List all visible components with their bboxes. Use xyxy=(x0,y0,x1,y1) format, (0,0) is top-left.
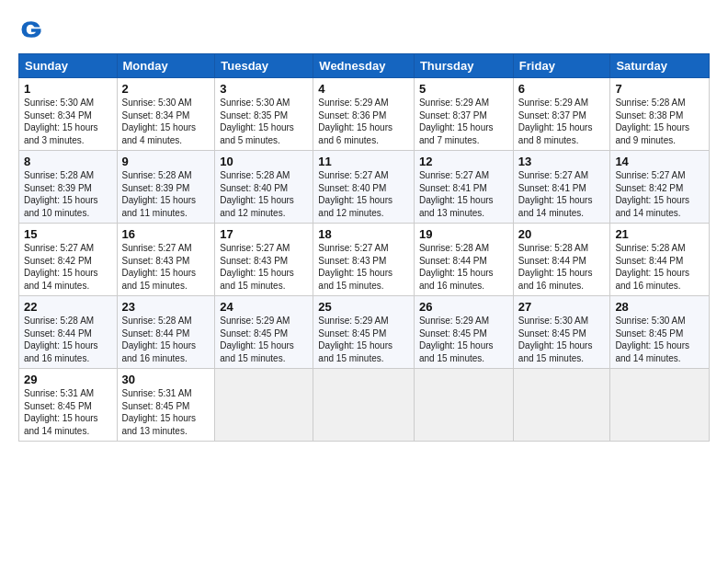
day-number: 28 xyxy=(615,300,704,314)
cell-content: Sunrise: 5:28 AMSunset: 8:39 PMDaylight:… xyxy=(122,169,210,219)
day-number: 7 xyxy=(615,82,704,96)
day-number: 18 xyxy=(318,227,409,241)
day-number: 21 xyxy=(615,227,704,241)
cell-content: Sunrise: 5:28 AMSunset: 8:40 PMDaylight:… xyxy=(220,169,308,219)
day-number: 1 xyxy=(24,82,112,96)
calendar-cell: 25Sunrise: 5:29 AMSunset: 8:45 PMDayligh… xyxy=(313,296,415,369)
calendar-cell: 23Sunrise: 5:28 AMSunset: 8:44 PMDayligh… xyxy=(117,296,215,369)
calendar-day-header: Saturday xyxy=(610,54,710,78)
day-number: 10 xyxy=(220,155,308,168)
day-number: 2 xyxy=(122,82,210,96)
day-number: 25 xyxy=(318,300,409,314)
day-number: 19 xyxy=(419,227,508,241)
calendar-cell: 28Sunrise: 5:30 AMSunset: 8:45 PMDayligh… xyxy=(610,296,710,369)
cell-content: Sunrise: 5:27 AMSunset: 8:41 PMDaylight:… xyxy=(419,169,508,219)
calendar-day-header: Friday xyxy=(513,54,610,78)
calendar-week-row: 8Sunrise: 5:28 AMSunset: 8:39 PMDaylight… xyxy=(19,151,710,224)
cell-content: Sunrise: 5:29 AMSunset: 8:36 PMDaylight:… xyxy=(318,97,409,146)
cell-content: Sunrise: 5:27 AMSunset: 8:42 PMDaylight:… xyxy=(615,169,704,219)
cell-content: Sunrise: 5:31 AMSunset: 8:45 PMDaylight:… xyxy=(122,387,210,437)
day-number: 23 xyxy=(122,300,210,314)
calendar-cell: 12Sunrise: 5:27 AMSunset: 8:41 PMDayligh… xyxy=(414,151,513,224)
day-number: 5 xyxy=(419,82,508,96)
cell-content: Sunrise: 5:29 AMSunset: 8:45 PMDaylight:… xyxy=(419,315,508,364)
calendar-cell: 6Sunrise: 5:29 AMSunset: 8:37 PMDaylight… xyxy=(513,78,610,151)
calendar-day-header: Wednesday xyxy=(313,54,415,78)
logo-icon xyxy=(18,17,44,42)
calendar-cell: 30Sunrise: 5:31 AMSunset: 8:45 PMDayligh… xyxy=(117,369,215,442)
calendar-cell xyxy=(513,369,610,442)
cell-content: Sunrise: 5:27 AMSunset: 8:43 PMDaylight:… xyxy=(220,242,308,292)
cell-content: Sunrise: 5:27 AMSunset: 8:43 PMDaylight:… xyxy=(318,242,409,292)
calendar-cell: 2Sunrise: 5:30 AMSunset: 8:34 PMDaylight… xyxy=(117,78,215,151)
cell-content: Sunrise: 5:27 AMSunset: 8:42 PMDaylight:… xyxy=(24,242,112,292)
calendar-cell xyxy=(610,369,710,442)
calendar-cell: 11Sunrise: 5:27 AMSunset: 8:40 PMDayligh… xyxy=(313,151,415,224)
calendar-day-header: Thursday xyxy=(414,54,513,78)
calendar-cell: 19Sunrise: 5:28 AMSunset: 8:44 PMDayligh… xyxy=(414,224,513,296)
calendar-table: SundayMondayTuesdayWednesdayThursdayFrid… xyxy=(18,53,710,442)
day-number: 27 xyxy=(518,300,606,314)
day-number: 8 xyxy=(24,155,112,168)
cell-content: Sunrise: 5:28 AMSunset: 8:38 PMDaylight:… xyxy=(615,97,704,146)
cell-content: Sunrise: 5:30 AMSunset: 8:34 PMDaylight:… xyxy=(122,97,210,146)
calendar-cell: 8Sunrise: 5:28 AMSunset: 8:39 PMDaylight… xyxy=(19,151,118,224)
cell-content: Sunrise: 5:29 AMSunset: 8:37 PMDaylight:… xyxy=(518,97,606,146)
cell-content: Sunrise: 5:27 AMSunset: 8:43 PMDaylight:… xyxy=(122,242,210,292)
calendar-cell: 7Sunrise: 5:28 AMSunset: 8:38 PMDaylight… xyxy=(610,78,710,151)
day-number: 30 xyxy=(122,373,210,386)
calendar-week-row: 29Sunrise: 5:31 AMSunset: 8:45 PMDayligh… xyxy=(19,369,710,442)
calendar-cell: 26Sunrise: 5:29 AMSunset: 8:45 PMDayligh… xyxy=(414,296,513,369)
day-number: 20 xyxy=(518,227,606,241)
cell-content: Sunrise: 5:29 AMSunset: 8:37 PMDaylight:… xyxy=(419,97,508,146)
calendar-cell: 21Sunrise: 5:28 AMSunset: 8:44 PMDayligh… xyxy=(610,224,710,296)
calendar-week-row: 15Sunrise: 5:27 AMSunset: 8:42 PMDayligh… xyxy=(19,224,710,296)
calendar-cell: 9Sunrise: 5:28 AMSunset: 8:39 PMDaylight… xyxy=(117,151,215,224)
day-number: 13 xyxy=(518,155,606,168)
cell-content: Sunrise: 5:28 AMSunset: 8:39 PMDaylight:… xyxy=(24,169,112,219)
day-number: 24 xyxy=(220,300,308,314)
cell-content: Sunrise: 5:31 AMSunset: 8:45 PMDaylight:… xyxy=(24,387,112,437)
day-number: 4 xyxy=(318,82,409,96)
calendar-cell: 1Sunrise: 5:30 AMSunset: 8:34 PMDaylight… xyxy=(19,78,118,151)
day-number: 3 xyxy=(220,82,308,96)
day-number: 11 xyxy=(318,155,409,168)
cell-content: Sunrise: 5:29 AMSunset: 8:45 PMDaylight:… xyxy=(220,315,308,364)
page: SundayMondayTuesdayWednesdayThursdayFrid… xyxy=(0,0,728,563)
cell-content: Sunrise: 5:27 AMSunset: 8:40 PMDaylight:… xyxy=(318,169,409,219)
logo xyxy=(18,17,46,42)
calendar-cell xyxy=(313,369,415,442)
calendar-header-row: SundayMondayTuesdayWednesdayThursdayFrid… xyxy=(19,54,710,78)
cell-content: Sunrise: 5:30 AMSunset: 8:45 PMDaylight:… xyxy=(615,315,704,364)
calendar-cell: 13Sunrise: 5:27 AMSunset: 8:41 PMDayligh… xyxy=(513,151,610,224)
calendar-cell: 22Sunrise: 5:28 AMSunset: 8:44 PMDayligh… xyxy=(19,296,118,369)
cell-content: Sunrise: 5:28 AMSunset: 8:44 PMDaylight:… xyxy=(122,315,210,364)
calendar-cell: 4Sunrise: 5:29 AMSunset: 8:36 PMDaylight… xyxy=(313,78,415,151)
calendar-cell: 24Sunrise: 5:29 AMSunset: 8:45 PMDayligh… xyxy=(215,296,313,369)
day-number: 6 xyxy=(518,82,606,96)
calendar-cell: 27Sunrise: 5:30 AMSunset: 8:45 PMDayligh… xyxy=(513,296,610,369)
calendar-cell: 17Sunrise: 5:27 AMSunset: 8:43 PMDayligh… xyxy=(215,224,313,296)
calendar-day-header: Monday xyxy=(117,54,215,78)
calendar-cell: 10Sunrise: 5:28 AMSunset: 8:40 PMDayligh… xyxy=(215,151,313,224)
day-number: 9 xyxy=(122,155,210,168)
day-number: 12 xyxy=(419,155,508,168)
day-number: 16 xyxy=(122,227,210,241)
day-number: 17 xyxy=(220,227,308,241)
calendar-cell: 5Sunrise: 5:29 AMSunset: 8:37 PMDaylight… xyxy=(414,78,513,151)
calendar-cell: 18Sunrise: 5:27 AMSunset: 8:43 PMDayligh… xyxy=(313,224,415,296)
day-number: 15 xyxy=(24,227,112,241)
day-number: 29 xyxy=(24,373,112,386)
cell-content: Sunrise: 5:27 AMSunset: 8:41 PMDaylight:… xyxy=(518,169,606,219)
day-number: 22 xyxy=(24,300,112,314)
cell-content: Sunrise: 5:28 AMSunset: 8:44 PMDaylight:… xyxy=(419,242,508,292)
calendar-cell xyxy=(414,369,513,442)
calendar-cell: 29Sunrise: 5:31 AMSunset: 8:45 PMDayligh… xyxy=(19,369,118,442)
cell-content: Sunrise: 5:30 AMSunset: 8:45 PMDaylight:… xyxy=(518,315,606,364)
calendar-cell: 3Sunrise: 5:30 AMSunset: 8:35 PMDaylight… xyxy=(215,78,313,151)
calendar-cell: 15Sunrise: 5:27 AMSunset: 8:42 PMDayligh… xyxy=(19,224,118,296)
cell-content: Sunrise: 5:30 AMSunset: 8:34 PMDaylight:… xyxy=(24,97,112,146)
calendar-cell: 14Sunrise: 5:27 AMSunset: 8:42 PMDayligh… xyxy=(610,151,710,224)
cell-content: Sunrise: 5:28 AMSunset: 8:44 PMDaylight:… xyxy=(615,242,704,292)
cell-content: Sunrise: 5:30 AMSunset: 8:35 PMDaylight:… xyxy=(220,97,308,146)
